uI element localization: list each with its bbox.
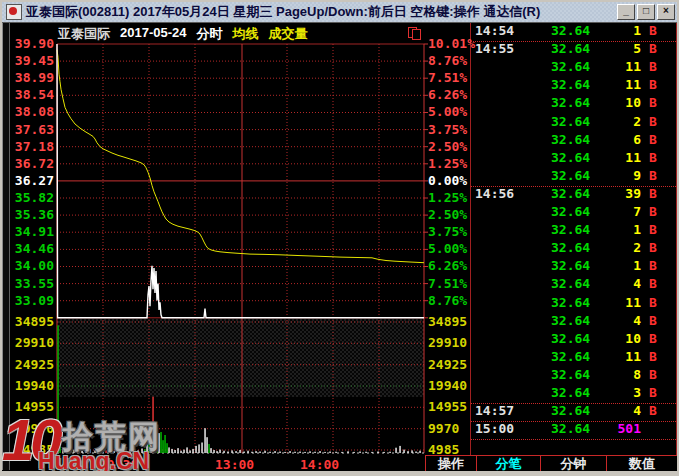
trade-flag: B (649, 168, 657, 183)
trade-row: 32.6410B (471, 95, 676, 113)
trade-volume: 39 (575, 186, 641, 201)
maximize-button[interactable]: □ (637, 4, 655, 20)
percent-axis-label: 2.50% (428, 209, 474, 221)
trade-flag: B (649, 313, 657, 328)
trade-volume: 10 (575, 331, 641, 346)
volume-axis-label-right: 19940 (428, 380, 474, 392)
minimize-button[interactable]: _ (617, 4, 635, 20)
trade-flag: B (649, 41, 657, 56)
window-title: 亚泰国际(002811) 2017年05月24日 星期三 PageUp/Down… (26, 3, 540, 21)
volume-axis-label-left: 24925 (8, 359, 54, 371)
trade-time: 14:56 (475, 186, 514, 201)
trade-volume: 1 (575, 222, 641, 237)
trade-time: 14:54 (475, 23, 514, 38)
price-axis-label: 37.18 (8, 141, 54, 153)
trade-row: 32.6411B (471, 349, 676, 367)
volume-axis-label-right: 9970 (428, 423, 474, 435)
volume-axis-label-left: 34895 (8, 316, 54, 328)
percent-axis-label: 6.26% (428, 260, 474, 272)
percent-axis-label: 1.25% (428, 192, 474, 204)
volume-axis-label-left: 14955 (8, 401, 54, 413)
trade-flag: B (649, 295, 657, 310)
header-mode: 分时 (197, 25, 223, 39)
trade-row: 32.641B (471, 222, 676, 240)
tab-fenbi[interactable]: 分笔 (476, 455, 541, 472)
trade-flag: B (649, 367, 657, 382)
trade-row: 32.644B (471, 276, 676, 294)
price-axis-label: 34.46 (8, 243, 54, 255)
header-avg-legend: 均线 (233, 25, 259, 39)
price-axis-label: 39.45 (8, 55, 54, 67)
volume-axis-label-left: 4985 (8, 444, 54, 456)
price-axis-label: 38.99 (8, 72, 54, 84)
tick-trade-panel: 14:5432.641B14:5532.645B32.6411B32.6411B… (471, 23, 676, 443)
price-axis-label: 36.27 (8, 175, 54, 187)
price-axis-label: 35.36 (8, 209, 54, 221)
tab-fenzhong[interactable]: 分钟 (540, 455, 607, 472)
trade-row: 32.644B (471, 313, 676, 331)
trade-flag: B (649, 186, 657, 201)
trade-row: 32.647B (471, 204, 676, 222)
split-window-icon[interactable] (408, 27, 421, 38)
window-frame-bottom (0, 471, 679, 476)
trade-row: 14:5432.641B (471, 23, 676, 42)
volume-axis-label-right: 34895 (428, 316, 474, 328)
price-axis-label: 34.91 (8, 226, 54, 238)
price-axis-label: 35.82 (8, 192, 54, 204)
trade-volume: 10 (575, 95, 641, 110)
trade-volume: 11 (575, 349, 641, 364)
trade-volume: 1 (575, 23, 641, 38)
percent-axis-label: 1.25% (428, 158, 474, 170)
percent-axis-label: 7.51% (428, 278, 474, 290)
percent-axis-label: 8.76% (428, 295, 474, 307)
trade-row: 32.642B (471, 114, 676, 132)
percent-axis-label: 2.50% (428, 141, 474, 153)
trade-row: 32.648B (471, 367, 676, 385)
trade-row: 32.6411B (471, 77, 676, 95)
price-axis-label: 33.09 (8, 295, 54, 307)
trade-volume: 11 (575, 77, 641, 92)
app-icon (6, 4, 22, 20)
trade-flag: B (649, 77, 657, 92)
tab-shuzhi[interactable]: 数值 (606, 455, 678, 472)
volume-axis-label-left: 29910 (8, 337, 54, 349)
trade-row: 32.6410B (471, 331, 676, 349)
volume-axis-label-left: 9970 (8, 423, 54, 435)
percent-axis-label: 7.51% (428, 72, 474, 84)
trade-time: 14:57 (475, 403, 514, 418)
time-label-1030: 10:30 (99, 457, 138, 472)
price-axis-label: 34.00 (8, 260, 54, 272)
trade-volume: 11 (575, 150, 641, 165)
percent-axis-label: 5.00% (428, 243, 474, 255)
price-axis-label: 37.63 (8, 124, 54, 136)
trade-row: 14:5732.644B (471, 403, 676, 422)
price-axis-label: 36.72 (8, 158, 54, 170)
header-stock-name: 亚泰国际 (58, 25, 110, 39)
trade-flag: B (649, 222, 657, 237)
trade-row: 15:0032.64501 (471, 421, 676, 440)
trade-flag: B (649, 258, 657, 273)
percent-axis-label: 3.75% (428, 124, 474, 136)
price-axis-label: 33.55 (8, 278, 54, 290)
title-bar: 亚泰国际(002811) 2017年05月24日 星期三 PageUp/Down… (2, 2, 677, 23)
price-axis-label: 38.54 (8, 89, 54, 101)
tab-caozuo[interactable]: 操作 (425, 455, 477, 472)
trade-flag: B (649, 276, 657, 291)
percent-axis-label: 5.00% (428, 106, 474, 118)
close-button[interactable]: × (657, 4, 675, 20)
header-date: 2017-05-24 (120, 25, 187, 39)
trade-row: 32.6411B (471, 295, 676, 313)
trade-volume: 7 (575, 204, 641, 219)
window-frame-left (0, 0, 2, 476)
price-axis-label: 39.90 (8, 38, 54, 50)
trade-volume: 4 (575, 276, 641, 291)
trade-volume: 6 (575, 132, 641, 147)
trade-volume: 4 (575, 313, 641, 328)
trade-row: 32.649B (471, 168, 676, 187)
header-vol-legend: 成交量 (269, 25, 308, 39)
trade-flag: B (649, 95, 657, 110)
percent-axis-label: 0.00% (428, 175, 474, 187)
percent-axis-label: 3.75% (428, 226, 474, 238)
trade-volume: 9 (575, 168, 641, 183)
trade-volume: 11 (575, 59, 641, 74)
